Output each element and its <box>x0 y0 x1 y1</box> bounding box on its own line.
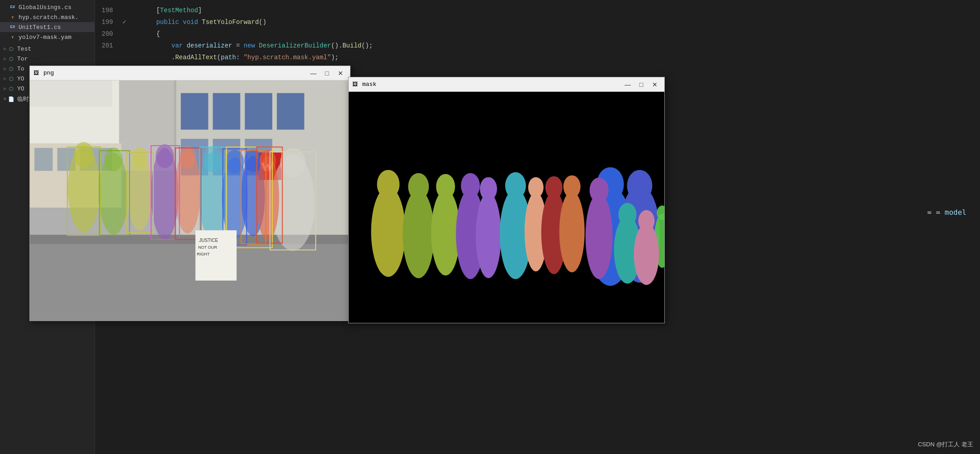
svg-point-27 <box>132 147 148 169</box>
svg-rect-13 <box>245 93 272 130</box>
svg-point-67 <box>480 177 497 201</box>
svg-point-87 <box>638 210 654 232</box>
expand-icon-tor1: ▷ <box>4 56 6 61</box>
mask-image <box>349 92 664 323</box>
svg-point-41 <box>260 150 276 172</box>
sidebar-item-yolov7[interactable]: Y yolov7-mask.yam <box>0 32 95 42</box>
line-num-198: 198 <box>95 5 120 16</box>
svg-point-66 <box>476 193 501 279</box>
svg-point-62 <box>431 190 460 276</box>
png-window-controls[interactable]: — □ ✕ <box>308 69 346 78</box>
expand-icon-yo1: ▷ <box>4 76 6 81</box>
mask-window-controls[interactable]: — □ ✕ <box>622 80 661 89</box>
sidebar-item-unittest[interactable]: C# UnitTest1.cs <box>0 22 95 32</box>
png-window: 🖼 png — □ ✕ LITTLE SHOP <box>29 66 350 321</box>
folder-icon-temp: 📄 <box>8 95 15 103</box>
png-maximize-button[interactable]: □ <box>321 69 333 78</box>
svg-rect-7 <box>34 148 52 171</box>
svg-point-59 <box>377 170 400 199</box>
mask-window: 🖼 mask — □ ✕ <box>348 77 665 323</box>
svg-point-82 <box>586 194 613 279</box>
cs-icon: C# <box>9 4 16 11</box>
svg-point-23 <box>74 142 94 168</box>
svg-point-75 <box>563 175 581 198</box>
svg-point-29 <box>156 144 174 168</box>
svg-text:NOT OUR: NOT OUR <box>198 245 217 250</box>
watermark: CSDN @打工人 老王 <box>918 440 973 449</box>
svg-point-39 <box>280 148 306 177</box>
sidebar-item-hyp[interactable]: Y hyp.scratch.mask. <box>0 12 95 22</box>
svg-rect-14 <box>277 93 304 130</box>
png-content: LITTLE SHOP W <box>30 80 350 321</box>
mask-titlebar: 🖼 mask — □ ✕ <box>349 77 664 92</box>
svg-point-79 <box>627 170 652 202</box>
png-title-icon: 🖼 <box>33 70 41 77</box>
mask-title: 🖼 mask <box>352 81 376 88</box>
model-text: = = model <box>927 208 966 217</box>
sidebar-item-globalusings[interactable]: C# GlobalUsings.cs <box>0 2 95 12</box>
line-num-199: 199 <box>95 16 120 28</box>
svg-point-33 <box>203 147 223 172</box>
svg-point-73 <box>545 176 563 199</box>
line-num-200: 200 <box>95 28 120 40</box>
gutter-199: ✓ <box>120 16 129 28</box>
svg-point-65 <box>461 173 480 199</box>
svg-text:RIGHT: RIGHT <box>197 252 210 256</box>
png-image: LITTLE SHOP W <box>30 80 350 321</box>
svg-text:JUSTICE: JUSTICE <box>199 238 218 243</box>
mask-minimize-button[interactable]: — <box>622 80 634 89</box>
svg-point-31 <box>180 146 196 168</box>
yaml-icon-2: Y <box>9 33 16 41</box>
expand-icon-test: ▷ <box>4 46 6 52</box>
expand-icon-temp: ≡ <box>4 97 6 102</box>
sidebar-item-tor1[interactable]: ▷ ⬡ Tor <box>0 54 95 64</box>
svg-point-71 <box>528 177 544 198</box>
line-num-201: 201 <box>95 40 120 52</box>
svg-point-83 <box>590 178 609 203</box>
folder-icon-tor2: ⬡ <box>8 65 15 72</box>
png-close-button[interactable]: ✕ <box>335 69 346 78</box>
folder-icon-yo1: ⬡ <box>8 75 15 82</box>
png-titlebar: 🖼 png — □ ✕ <box>30 66 350 80</box>
svg-rect-18 <box>30 235 350 321</box>
expand-icon-yo2: ▷ <box>4 86 6 91</box>
svg-rect-3 <box>30 80 112 107</box>
png-minimize-button[interactable]: — <box>308 69 319 78</box>
svg-point-86 <box>634 223 659 285</box>
mask-maximize-button[interactable]: □ <box>635 80 647 89</box>
folder-icon-test: ⬡ <box>8 45 15 52</box>
folder-icon-yo2: ⬡ <box>8 85 15 92</box>
svg-point-85 <box>619 203 637 227</box>
yaml-icon-1: Y <box>9 14 16 21</box>
svg-point-74 <box>559 191 585 273</box>
svg-point-63 <box>436 174 455 199</box>
code-line-cont: .ReadAllText(path: "hyp.scratch.mask.yam… <box>95 52 980 63</box>
svg-point-61 <box>408 173 429 200</box>
sidebar-item-test[interactable]: ▷ ⬡ Test <box>0 44 95 54</box>
svg-rect-12 <box>213 93 241 130</box>
svg-rect-11 <box>181 93 208 130</box>
cs-icon-2: C# <box>9 24 16 31</box>
svg-point-60 <box>402 190 434 279</box>
mask-content <box>349 92 664 323</box>
mask-close-button[interactable]: ✕ <box>649 80 661 89</box>
png-title: 🖼 png <box>33 70 54 77</box>
folder-icon-tor1: ⬡ <box>8 55 15 62</box>
mask-title-icon: 🖼 <box>352 81 360 88</box>
expand-icon-tor2: ▷ <box>4 66 6 71</box>
svg-point-58 <box>371 187 406 277</box>
svg-point-69 <box>505 172 526 199</box>
